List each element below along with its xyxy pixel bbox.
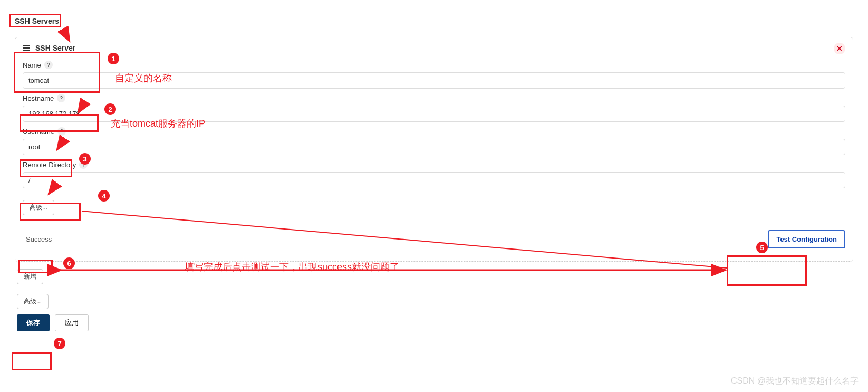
help-icon[interactable]: ?	[79, 160, 88, 169]
name-field-group: Name ?	[23, 61, 845, 89]
help-icon[interactable]: ?	[44, 61, 53, 69]
status-text: Success	[23, 233, 55, 245]
save-button[interactable]: 保存	[17, 314, 50, 331]
remotedir-input[interactable]	[23, 172, 845, 188]
add-new-button[interactable]: 新增	[17, 269, 43, 284]
advanced-button-2[interactable]: 高级...	[17, 294, 49, 309]
hostname-input[interactable]	[23, 106, 845, 122]
remotedir-field-group: Remote Directory ?	[23, 160, 845, 188]
apply-button[interactable]: 应用	[55, 314, 89, 331]
annotation-box	[12, 352, 52, 370]
ssh-servers-heading: SSH Servers	[11, 15, 63, 27]
hostname-label: Hostname	[23, 94, 54, 102]
drag-handle-icon[interactable]	[23, 45, 30, 51]
annotation-number: 7	[54, 338, 65, 349]
help-icon[interactable]: ?	[57, 94, 65, 102]
name-input[interactable]	[23, 72, 845, 89]
watermark: CSDN @我也不知道要起什么名字	[731, 376, 859, 387]
panel-title: SSH Server	[35, 44, 75, 52]
help-icon[interactable]: ?	[57, 127, 66, 136]
remotedir-label: Remote Directory	[23, 161, 76, 169]
advanced-button[interactable]: 高级...	[23, 200, 54, 215]
name-label: Name	[23, 61, 41, 69]
username-label: Username	[23, 128, 54, 136]
username-field-group: Username ?	[23, 127, 845, 155]
username-input[interactable]	[23, 139, 845, 155]
close-icon[interactable]: ✕	[834, 43, 845, 54]
test-configuration-button[interactable]: Test Configuration	[768, 230, 845, 248]
ssh-server-panel: SSH Server ✕ Name ? Hostname ? Username …	[15, 37, 853, 262]
hostname-field-group: Hostname ?	[23, 94, 845, 122]
